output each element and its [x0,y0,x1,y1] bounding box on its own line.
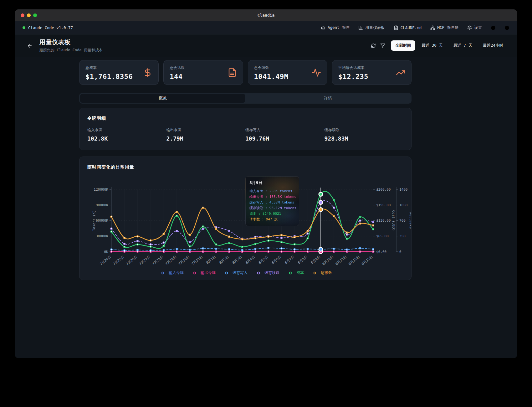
titlebar: Claudia [15,9,517,21]
svg-text:0: 0 [399,250,402,254]
minimize-window-button[interactable] [27,13,31,17]
svg-text:Requests: Requests [409,212,411,229]
page-title: 用量仪表板 [39,38,103,46]
filter-pill-0[interactable]: 全部时间 [391,40,415,51]
traffic-lights [21,13,37,17]
svg-text:$195.00: $195.00 [376,203,391,207]
tooltip-row: 输出令牌 : 155.3K tokens [249,194,295,200]
svg-text:7月30日: 7月30日 [178,255,191,266]
tab-1[interactable]: 详情 [245,94,411,103]
tooltip-row: 成本 : $240.0021 [249,211,295,217]
usage-chart-card: 随时间变化的日常用量 0K30000K60000K90000K120000KTo… [79,157,412,280]
svg-text:8月3日: 8月3日 [232,255,243,265]
refresh-button[interactable] [371,43,376,48]
bar-chart-icon [358,25,363,30]
svg-text:8月4日: 8月4日 [245,255,256,265]
tab-0[interactable]: 概览 [80,94,245,103]
stat-card-3: 平均每会话成本 $12.235 [332,60,412,85]
nav-globe-icon[interactable] [491,25,496,30]
svg-text:8月10日: 8月10日 [322,255,335,266]
dollar-icon [143,68,152,77]
stat-card-1: 总会话数 144 [163,60,243,85]
tooltip-row: 缓存读取 : 95.12M tokens [249,205,295,211]
nav-item-bar-chart[interactable]: 用量仪表板 [358,25,385,30]
view-tabs: 概览详情 [79,93,412,104]
legend-item-输入令牌[interactable]: 输入令牌 [159,270,184,276]
svg-text:120000K: 120000K [94,188,109,192]
svg-text:1400: 1400 [399,188,407,192]
window-title: Claudia [258,13,275,18]
legend-marker-icon [286,271,294,275]
close-window-button[interactable] [21,13,24,17]
svg-text:30000K: 30000K [96,234,108,238]
svg-text:0K: 0K [104,250,109,254]
breakdown-item-3: 缓存读取 928.83M [325,127,404,142]
filter-pill-2[interactable]: 最近 7 天 [449,40,477,51]
breakdown-item-2: 缓存写入 109.76M [245,127,325,142]
filter-pill-1[interactable]: 最近 30 天 [417,40,447,51]
breakdown-item-1: 输出令牌 2.79M [166,127,246,142]
svg-text:7月27日: 7月27日 [138,255,151,266]
chart-area: 0K30000K60000K90000K120000KTokens (K)$0.… [79,172,411,270]
svg-text:7月26日: 7月26日 [125,255,138,266]
tooltip-row: 输入令牌 : 2.8K tokens [249,188,295,194]
nav-info-icon[interactable] [504,25,509,30]
trend-up-icon [396,68,405,77]
legend-marker-icon [159,271,167,275]
svg-text:8月6日: 8月6日 [271,255,282,265]
legend-item-请求数[interactable]: 请求数 [311,270,332,276]
tooltip-row: 缓存写入 : 4.57M tokens [249,200,295,205]
svg-text:8月9日: 8月9日 [310,255,321,265]
page-header: 用量仪表板 跟踪您的 Claude Code 用量和成本 全部时间最近 30 天… [15,34,517,57]
legend-item-输出令牌[interactable]: 输出令牌 [191,270,216,276]
svg-text:Cost (USD): Cost (USD) [391,210,396,231]
svg-text:350: 350 [399,234,406,238]
legend-marker-icon [311,271,319,275]
app-status: Claude Code v1.0.77 [23,25,73,30]
legend-marker-icon [191,271,199,275]
legend-item-缓存读取[interactable]: 缓存读取 [254,270,279,276]
app-window: Claudia Claude Code v1.0.77 Agent 管理用量仪表… [15,9,517,358]
svg-text:7月24日: 7月24日 [99,255,112,266]
zoom-window-button[interactable] [33,13,37,17]
svg-text:700: 700 [399,219,406,223]
time-range-filters: 全部时间最近 30 天最近 7 天最近24小时 [391,40,508,51]
gear-icon [467,25,472,30]
svg-text:8月11日: 8月11日 [335,255,348,266]
stat-card-2: 总令牌数 1041.49M [248,60,327,85]
file-text-icon [394,25,398,30]
nav-item-file-text[interactable]: CLAUDE.md [394,25,422,30]
chart-title: 随时间变化的日常用量 [79,164,411,170]
file-text-icon [228,68,237,77]
svg-text:60000K: 60000K [96,219,108,223]
network-icon [430,25,435,30]
token-breakdown-card: 令牌明细 输入令牌 102.8K输出令牌 2.79M缓存写入 109.76M缓存… [79,108,412,150]
chart-tooltip: 8月9日 输入令牌 : 2.8K tokens输出令牌 : 155.3K tok… [245,176,299,226]
nav-item-network[interactable]: MCP 管理器 [430,25,458,30]
tooltip-date: 8月9日 [249,180,295,186]
legend-item-成本[interactable]: 成本 [286,270,304,276]
svg-text:$65.00: $65.00 [376,234,389,238]
svg-text:90000K: 90000K [96,203,108,207]
bot-icon [321,25,325,30]
svg-text:8月8日: 8月8日 [297,255,308,265]
nav-item-gear[interactable]: 设置 [467,25,482,30]
svg-text:8月13日: 8月13日 [361,255,374,266]
legend-item-缓存写入[interactable]: 缓存写入 [223,270,248,276]
svg-text:$130.00: $130.00 [376,219,391,223]
svg-text:8月7日: 8月7日 [284,255,295,265]
svg-text:Tokens (K): Tokens (K) [92,210,96,231]
svg-text:7月31日: 7月31日 [191,255,203,266]
breakdown-item-0: 输入令牌 102.8K [87,127,166,142]
svg-text:7月25日: 7月25日 [112,255,125,266]
stat-card-0: 总成本 $1,761.8356 [79,60,159,85]
filter-pill-3[interactable]: 最近24小时 [478,40,508,51]
back-button[interactable] [24,40,35,51]
filter-button[interactable] [380,43,385,48]
chart-legend: 输入令牌 输出令牌 缓存写入 缓存读取 成本 请求数 [79,270,411,276]
legend-marker-icon [254,271,263,275]
activity-icon [312,68,321,77]
svg-text:8月5日: 8月5日 [258,255,269,265]
app-version: Claude Code v1.0.77 [28,25,73,30]
nav-item-bot[interactable]: Agent 管理 [321,25,350,30]
